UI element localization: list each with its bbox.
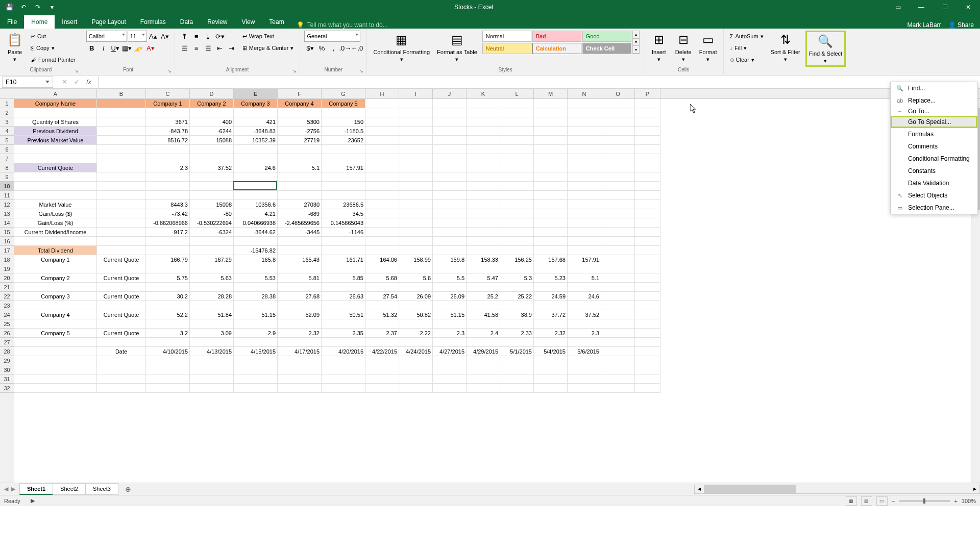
cell-F11[interactable] [278, 191, 322, 200]
cell-G29[interactable] [322, 356, 365, 365]
cell-J26[interactable]: 2.3 [433, 329, 467, 338]
cell-D3[interactable]: 400 [190, 117, 234, 127]
cell-E7[interactable] [234, 154, 278, 163]
cell-P1[interactable] [635, 99, 660, 108]
cell-H15[interactable] [365, 228, 399, 237]
cell-B6[interactable] [97, 145, 146, 154]
cell-P17[interactable] [635, 246, 660, 255]
cell-G23[interactable] [322, 301, 365, 310]
zoom-level[interactable]: 100% [962, 498, 976, 504]
cell-P2[interactable] [635, 108, 660, 117]
menu-select-objects[interactable]: ↖Select Objects [891, 189, 977, 202]
cell-N6[interactable] [568, 145, 601, 154]
cell-G16[interactable] [322, 237, 365, 246]
cell-H7[interactable] [365, 154, 399, 163]
macro-icon[interactable]: ▶ [31, 497, 35, 504]
cell-M25[interactable] [534, 319, 568, 329]
paste-button[interactable]: 📋 Paste▾ [4, 31, 26, 64]
clipboard-launcher[interactable]: ↘ [75, 68, 81, 74]
cell-M6[interactable] [534, 145, 568, 154]
cell-A27[interactable] [14, 338, 97, 347]
cell-I16[interactable] [399, 237, 433, 246]
cell-L17[interactable] [500, 246, 534, 255]
cell-H9[interactable] [365, 172, 399, 182]
cell-K22[interactable]: 25.2 [467, 292, 500, 301]
cell-F25[interactable] [278, 319, 322, 329]
cell-I9[interactable] [399, 172, 433, 182]
cell-O6[interactable] [601, 145, 635, 154]
cell-N16[interactable] [568, 237, 601, 246]
format-button[interactable]: ▭Format▾ [697, 31, 719, 64]
cell-D32[interactable] [190, 384, 234, 393]
font-name-combo[interactable]: Calibri [86, 31, 127, 42]
cell-J17[interactable] [433, 246, 467, 255]
formula-input[interactable] [99, 77, 980, 88]
cell-D1[interactable]: Company 2 [190, 99, 234, 108]
cell-D30[interactable] [190, 365, 234, 374]
cell-D21[interactable] [190, 283, 234, 292]
cell-C15[interactable]: -917.2 [146, 228, 190, 237]
col-header-E[interactable]: E [234, 89, 278, 98]
cell-L4[interactable] [500, 127, 534, 136]
redo-icon[interactable]: ↷ [34, 3, 42, 11]
cell-K1[interactable] [467, 99, 500, 108]
font-size-combo[interactable]: 11 [128, 31, 147, 42]
cell-A22[interactable]: Company 3 [14, 292, 97, 301]
cell-E19[interactable] [234, 264, 278, 273]
row-header-22[interactable]: 22 [0, 292, 14, 301]
cell-N32[interactable] [568, 384, 601, 393]
cell-D9[interactable] [190, 172, 234, 182]
row-header-27[interactable]: 27 [0, 338, 14, 347]
cell-N19[interactable] [568, 264, 601, 273]
cell-K20[interactable]: 5.47 [467, 273, 500, 283]
copy-button[interactable]: ⎘ Copy ▾ [29, 42, 78, 54]
cell-G25[interactable] [322, 319, 365, 329]
autosum-button[interactable]: Σ AutoSum ▾ [728, 31, 766, 42]
cell-M13[interactable] [534, 209, 568, 218]
cell-G12[interactable]: 23686.5 [322, 200, 365, 209]
cell-J30[interactable] [433, 365, 467, 374]
cell-P10[interactable] [635, 182, 660, 191]
cell-P23[interactable] [635, 301, 660, 310]
cell-P18[interactable] [635, 255, 660, 264]
cell-E30[interactable] [234, 365, 278, 374]
cell-C32[interactable] [146, 384, 190, 393]
cell-G10[interactable] [322, 182, 365, 191]
cell-F32[interactable] [278, 384, 322, 393]
cell-A25[interactable] [14, 319, 97, 329]
cell-A11[interactable] [14, 191, 97, 200]
cell-A9[interactable] [14, 172, 97, 182]
cell-P29[interactable] [635, 356, 660, 365]
cell-N7[interactable] [568, 154, 601, 163]
cell-H21[interactable] [365, 283, 399, 292]
share-button[interactable]: 👤 Share [948, 21, 974, 29]
cell-C5[interactable]: 8516.72 [146, 136, 190, 145]
cell-G24[interactable]: 50.51 [322, 310, 365, 319]
cell-I29[interactable] [399, 356, 433, 365]
cell-O30[interactable] [601, 365, 635, 374]
cell-B23[interactable] [97, 301, 146, 310]
cell-G17[interactable] [322, 246, 365, 255]
cell-L18[interactable]: 156.25 [500, 255, 534, 264]
cell-H22[interactable]: 27.54 [365, 292, 399, 301]
cell-D7[interactable] [190, 154, 234, 163]
cell-N15[interactable] [568, 228, 601, 237]
cell-A31[interactable] [14, 374, 97, 384]
row-header-13[interactable]: 13 [0, 209, 14, 218]
cell-E8[interactable]: 24.6 [234, 163, 278, 172]
cell-F20[interactable]: 5.81 [278, 273, 322, 283]
cell-A13[interactable]: Gain/Loss ($) [14, 209, 97, 218]
style-calculation[interactable]: Calculation [532, 43, 581, 54]
cut-button[interactable]: ✂ Cut [29, 31, 78, 42]
cell-I31[interactable] [399, 374, 433, 384]
cell-P30[interactable] [635, 365, 660, 374]
cell-G13[interactable]: 34.5 [322, 209, 365, 218]
cell-H24[interactable]: 51.32 [365, 310, 399, 319]
cell-E17[interactable]: -15476.82 [234, 246, 278, 255]
cell-G31[interactable] [322, 374, 365, 384]
cell-K8[interactable] [467, 163, 500, 172]
cell-A19[interactable] [14, 264, 97, 273]
cell-E23[interactable] [234, 301, 278, 310]
cell-K2[interactable] [467, 108, 500, 117]
cell-M1[interactable] [534, 99, 568, 108]
